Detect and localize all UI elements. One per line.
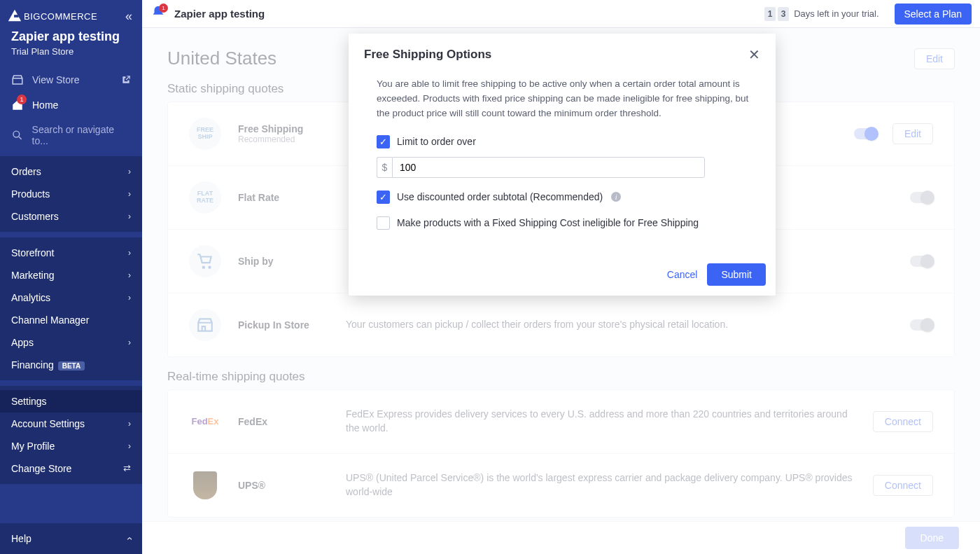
sidebar-item-settings[interactable]: Settings	[0, 390, 142, 413]
search-icon	[11, 129, 24, 141]
trial-digit-1: 1	[764, 7, 776, 21]
discounted-subtotal-label: Use discounted order subtotal (Recommend…	[397, 191, 603, 202]
sidebar-item-orders[interactable]: Orders›	[0, 160, 142, 183]
header-store-title: Zapier app testing	[174, 8, 265, 20]
store-plan: Trial Plan Store	[11, 46, 131, 57]
brand-logo[interactable]: BIGCOMMERCE	[7, 8, 97, 24]
beta-badge: BETA	[58, 361, 85, 371]
sidebar-item-customers[interactable]: Customers›	[0, 205, 142, 228]
svg-point-1	[13, 131, 20, 137]
sidebar-view-store[interactable]: View Store	[0, 67, 142, 93]
external-link-icon	[121, 75, 131, 85]
select-plan-button[interactable]: Select a Plan	[895, 4, 972, 25]
top-header: 1 Zapier app testing 1 3 Days left in yo…	[142, 0, 980, 28]
sidebar-item-account-settings[interactable]: Account Settings›	[0, 413, 142, 435]
sidebar: BIGCOMMERCE « Zapier app testing Trial P…	[0, 0, 142, 554]
swap-icon: ⇄	[123, 463, 131, 473]
cancel-button[interactable]: Cancel	[667, 269, 698, 280]
nav-group-2: Storefront› Marketing› Analytics› Channe…	[0, 237, 142, 380]
sidebar-item-channel-manager[interactable]: Channel Manager	[0, 309, 142, 331]
sidebar-item-financing[interactable]: FinancingBETA	[0, 354, 142, 376]
sidebar-item-marketing[interactable]: Marketing›	[0, 264, 142, 286]
modal-title: Free Shipping Options	[364, 48, 491, 62]
chevron-right-icon: ›	[128, 441, 131, 451]
trial-days: 1 3 Days left in your trial.	[764, 7, 886, 21]
chevron-right-icon: ›	[128, 419, 131, 429]
sidebar-item-apps[interactable]: Apps›	[0, 331, 142, 354]
chevron-right-icon: ›	[128, 212, 131, 221]
store-block: Zapier app testing Trial Plan Store	[0, 29, 142, 67]
chevron-right-icon: ›	[128, 248, 131, 258]
sidebar-item-storefront[interactable]: Storefront›	[0, 242, 142, 264]
chevron-up-icon: ›	[124, 537, 135, 541]
chevron-right-icon: ›	[128, 189, 131, 199]
limit-order-over-label: Limit to order over	[397, 136, 476, 147]
chevron-right-icon: ›	[128, 338, 131, 347]
limit-order-over-checkbox[interactable]	[377, 135, 390, 148]
store-name: Zapier app testing	[11, 29, 131, 45]
home-badge: 1	[17, 95, 27, 104]
sidebar-item-change-store[interactable]: Change Store⇄	[0, 457, 142, 480]
fixed-cost-ineligible-label: Make products with a Fixed Shipping Cost…	[397, 217, 699, 228]
sidebar-home[interactable]: 1 Home	[0, 93, 142, 117]
submit-button[interactable]: Submit	[707, 263, 766, 286]
sidebar-search[interactable]: Search or navigate to...	[0, 117, 142, 156]
sidebar-help[interactable]: Help ›	[0, 523, 142, 554]
modal-close-icon[interactable]: ✕	[748, 46, 760, 63]
trial-digit-2: 3	[778, 7, 789, 21]
nav-group-3: Settings Account Settings› My Profile› C…	[0, 386, 142, 484]
modal-description: You are able to limit free shipping to b…	[377, 77, 760, 121]
store-icon	[11, 74, 24, 86]
sidebar-item-my-profile[interactable]: My Profile›	[0, 435, 142, 457]
limit-amount-input[interactable]	[392, 157, 705, 178]
notification-badge: 1	[159, 4, 168, 13]
currency-symbol: $	[377, 157, 392, 178]
discounted-subtotal-checkbox[interactable]	[377, 191, 390, 204]
notifications-icon[interactable]: 1	[150, 5, 166, 22]
trial-text: Days left in your trial.	[794, 8, 878, 19]
free-shipping-modal: Free Shipping Options ✕ You are able to …	[349, 34, 776, 296]
sidebar-item-products[interactable]: Products›	[0, 183, 142, 205]
info-icon[interactable]: i	[611, 192, 621, 202]
svg-rect-0	[14, 15, 18, 18]
chevron-right-icon: ›	[128, 293, 131, 303]
chevron-right-icon: ›	[128, 270, 131, 280]
sidebar-collapse-icon[interactable]: «	[125, 9, 132, 24]
sidebar-item-analytics[interactable]: Analytics›	[0, 286, 142, 309]
chevron-right-icon: ›	[128, 167, 131, 176]
nav-group-1: Orders› Products› Customers›	[0, 156, 142, 232]
fixed-cost-ineligible-checkbox[interactable]	[377, 216, 390, 230]
